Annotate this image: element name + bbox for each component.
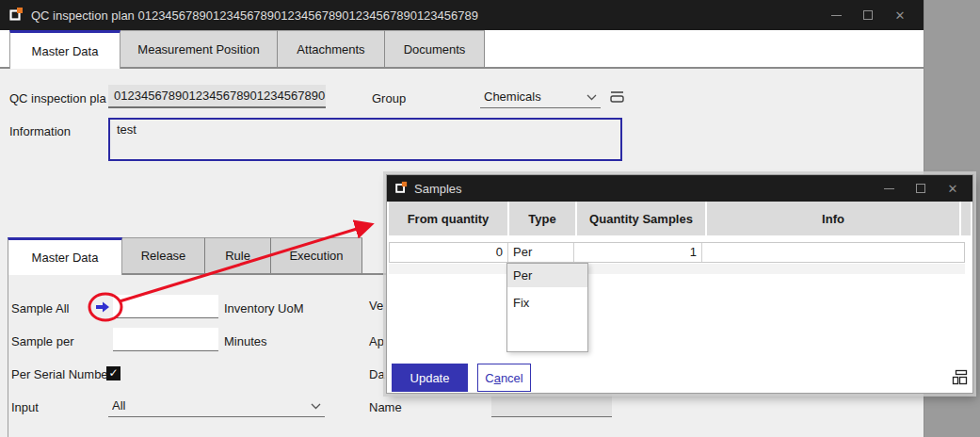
qc-inspection-plan-field[interactable]: 0123456789012345678901234567890 [108, 85, 326, 108]
close-icon[interactable]: ✕ [937, 175, 969, 202]
version-label: Ve [369, 299, 383, 313]
cell-quantity-samples[interactable]: 1 [574, 243, 702, 262]
window-title: QC inspection plan 012345678901234567890… [31, 8, 478, 23]
samples-window-controls: ✕ [873, 175, 969, 202]
main-window-controls: ✕ [820, 0, 916, 30]
information-label: Information [9, 124, 71, 138]
cancel-label-post: ncel [501, 371, 523, 385]
table-row: 0 Per 1 [389, 242, 965, 263]
column-header-type[interactable]: Type [509, 202, 575, 235]
main-tabstrip: Master Data Measurement Position Attachm… [0, 30, 924, 69]
column-header-quantity-samples[interactable]: Quantity Samples [577, 202, 705, 235]
type-dropdown-list: Per Fix [506, 263, 588, 352]
subtab-release[interactable]: Release [122, 237, 205, 273]
group-list-icon[interactable] [609, 89, 625, 106]
qc-inspection-plan-label: QC inspection pla [9, 91, 106, 105]
sample-all-input[interactable] [113, 295, 218, 318]
subtab-execution[interactable]: Execution [271, 237, 362, 273]
information-textarea[interactable]: test [108, 118, 622, 161]
subtab-master-data[interactable]: Master Data [8, 237, 122, 275]
tab-measurement-position[interactable]: Measurement Position [120, 30, 278, 67]
cancel-label-accelerator: a [494, 371, 501, 385]
cell-info[interactable] [702, 243, 964, 262]
input-value: All [112, 398, 307, 413]
sample-all-label: Sample All [11, 301, 69, 316]
layout-grid-icon[interactable] [952, 369, 968, 388]
sample-per-label: Sample per [11, 334, 73, 348]
chevron-down-icon [586, 89, 597, 104]
cell-from-quantity[interactable]: 0 [390, 243, 508, 262]
cancel-label-pre: C [485, 371, 493, 385]
date-label: Da [369, 367, 385, 381]
input-label: Input [11, 400, 39, 414]
minutes-label: Minutes [224, 334, 267, 348]
detail-tabstrip: Master Data Release Rule Execution [8, 237, 362, 273]
tab-master-data[interactable]: Master Data [9, 30, 120, 69]
cancel-button[interactable]: Cancel [477, 364, 531, 392]
samples-window-title: Samples [414, 182, 462, 196]
approved-label: Ap [369, 334, 384, 348]
app-logo-icon [8, 7, 24, 24]
desktop: { "window": { "title": "QC inspection pl… [0, 0, 980, 437]
tab-documents[interactable]: Documents [385, 30, 485, 67]
sample-all-detail-arrow-icon[interactable] [94, 299, 111, 317]
update-button[interactable]: Update [392, 364, 468, 392]
app-logo-icon [394, 181, 408, 197]
samples-grid-header: From quantity Type Quantity Samples Info [389, 202, 971, 235]
next-row-placeholder [389, 264, 965, 274]
minimize-icon[interactable] [873, 175, 905, 202]
type-option-fix[interactable]: Fix [507, 291, 587, 315]
main-titlebar: QC inspection plan 012345678901234567890… [0, 0, 924, 30]
input-dropdown[interactable]: All [108, 394, 325, 417]
close-icon[interactable]: ✕ [884, 0, 916, 30]
column-header-info[interactable]: Info [707, 202, 959, 235]
inventory-uom-label: Inventory UoM [224, 301, 304, 316]
samples-window: Samples ✕ From quantity Type Quantity Sa… [386, 174, 973, 394]
per-serial-number-checkbox[interactable]: ✓ [106, 366, 120, 380]
tab-attachments[interactable]: Attachments [278, 30, 385, 67]
subtab-rule[interactable]: Rule [205, 237, 271, 273]
samples-titlebar: Samples ✕ [387, 175, 972, 202]
minimize-icon[interactable] [820, 0, 852, 30]
column-header-spacer [961, 202, 971, 235]
maximize-icon[interactable] [905, 175, 937, 202]
per-serial-number-label: Per Serial Numbe [11, 367, 108, 381]
sample-per-input[interactable] [113, 328, 218, 351]
chevron-down-icon [311, 398, 321, 413]
type-option-per[interactable]: Per [507, 264, 587, 287]
maximize-icon[interactable] [852, 0, 884, 30]
group-label: Group [372, 91, 406, 105]
group-value: Chemicals [484, 89, 583, 104]
column-header-from-quantity[interactable]: From quantity [389, 202, 507, 235]
name-field[interactable] [491, 394, 612, 417]
cell-type[interactable]: Per [508, 243, 574, 262]
group-dropdown[interactable]: Chemicals [480, 85, 601, 108]
name-label: Name [369, 400, 402, 414]
